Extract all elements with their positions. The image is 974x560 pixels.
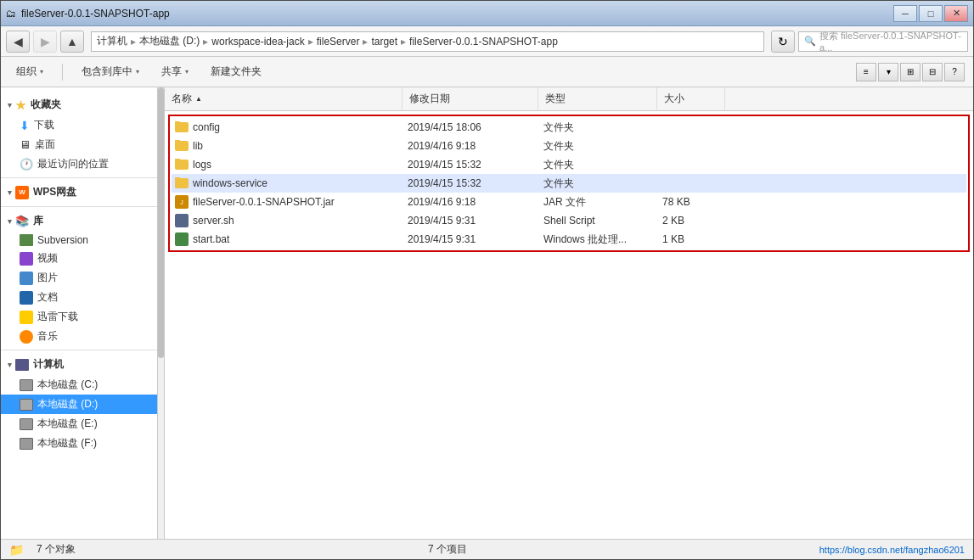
file-type-sh: Shell Script <box>540 215 659 227</box>
file-type-lib: 文件夹 <box>540 139 659 154</box>
maximize-button[interactable]: □ <box>919 5 943 22</box>
library-label: 库 <box>33 214 43 228</box>
table-row[interactable]: J fileServer-0.0.1-SNAPSHOT.jar 2019/4/1… <box>172 193 966 211</box>
favorites-header[interactable]: ▾ ★ 收藏夹 <box>1 94 157 115</box>
table-row[interactable]: server.sh 2019/4/15 9:31 Shell Script 2 … <box>172 211 966 230</box>
table-row[interactable]: lib 2019/4/16 9:18 文件夹 <box>172 137 966 155</box>
downloads-icon: ⬇ <box>20 119 30 132</box>
up-button[interactable]: ▲ <box>60 31 84 53</box>
sidebar-item-drive-e[interactable]: 本地磁盘 (E:) <box>1 414 157 434</box>
help-button[interactable]: ? <box>944 63 965 81</box>
title-bar-left: 🗂 fileServer-0.0.1-SNAPSHOT-app <box>6 8 170 20</box>
file-type-bat: Windows 批处理... <box>540 232 659 247</box>
status-left: 📁 7 个对象 <box>9 542 76 557</box>
status-selected: 7 个项目 <box>428 542 467 557</box>
sidebar-recent-label: 最近访问的位置 <box>37 157 109 171</box>
new-folder-button[interactable]: 新建文件夹 <box>204 61 268 82</box>
favorites-section: ▾ ★ 收藏夹 ⬇ 下载 🖥 桌面 🕐 最近访问的位置 <box>1 94 157 174</box>
status-folder-icon: 📁 <box>9 543 24 557</box>
image-icon <box>20 272 33 285</box>
subversion-icon <box>20 234 33 246</box>
library-collapse-icon: ▾ <box>8 217 12 226</box>
sidebar-item-drive-c[interactable]: 本地磁盘 (C:) <box>1 375 157 395</box>
sidebar-item-downloads[interactable]: ⬇ 下载 <box>1 115 157 135</box>
main-area: ▾ ★ 收藏夹 ⬇ 下载 🖥 桌面 🕐 最近访问的位置 <box>1 87 973 539</box>
refresh-button[interactable]: ↻ <box>771 31 795 53</box>
file-name-windows-service: windows-service <box>175 177 404 189</box>
col-header-type[interactable]: 类型 <box>538 87 657 110</box>
new-folder-label: 新建文件夹 <box>211 64 262 79</box>
file-type-windows-service: 文件夹 <box>540 176 659 191</box>
bc-workspace[interactable]: workspace-idea-jack <box>211 36 304 48</box>
file-date-config: 2019/4/15 18:06 <box>404 121 540 133</box>
address-bar: ◀ ▶ ▲ 计算机 ▸ 本地磁盘 (D:) ▸ workspace-idea-j… <box>1 26 973 57</box>
col-header-date[interactable]: 修改日期 <box>403 87 538 110</box>
bc-current[interactable]: fileServer-0.0.1-SNAPSHOT-app <box>409 36 558 48</box>
sidebar-item-drive-d[interactable]: 本地磁盘 (D:) <box>1 395 157 414</box>
forward-button[interactable]: ▶ <box>33 31 57 53</box>
sidebar-item-recent[interactable]: 🕐 最近访问的位置 <box>1 154 157 174</box>
sidebar-item-docs[interactable]: 文档 <box>1 288 157 307</box>
bc-computer[interactable]: 计算机 <box>97 34 127 48</box>
divider-1 <box>1 177 157 178</box>
sidebar-scrollbar[interactable] <box>158 87 165 539</box>
wps-section: ▾ W WPS网盘 <box>1 182 157 203</box>
share-button[interactable]: 共享 ▾ <box>155 61 195 82</box>
table-row[interactable]: start.bat 2019/4/15 9:31 Windows 批处理... … <box>172 230 966 249</box>
favorites-icon: ★ <box>15 98 26 112</box>
table-row[interactable]: windows-service 2019/4/15 15:32 文件夹 <box>172 174 966 193</box>
music-icon <box>20 330 33 344</box>
sidebar-drive-f-label: 本地磁盘 (F:) <box>37 436 97 451</box>
status-items-count: 7 个对象 <box>37 542 76 557</box>
wps-collapse-icon: ▾ <box>8 188 12 197</box>
view-controls: ≡ ▾ ⊞ ⊟ ? <box>856 63 965 81</box>
include-dropdown-arrow: ▾ <box>136 68 139 76</box>
wps-header[interactable]: ▾ W WPS网盘 <box>1 182 157 203</box>
view-dropdown-button[interactable]: ▾ <box>878 63 898 81</box>
view-large-button[interactable]: ⊟ <box>922 63 943 81</box>
table-row[interactable]: logs 2019/4/15 15:32 文件夹 <box>172 155 966 174</box>
search-placeholder: 搜索 fileServer-0.0.1-SNAPSHOT-a... <box>819 30 962 53</box>
title-bar-controls: ─ □ ✕ <box>893 5 968 22</box>
toolbar: 组织 ▾ 包含到库中 ▾ 共享 ▾ 新建文件夹 ≡ ▾ ⊞ ⊟ ? <box>1 57 973 87</box>
bc-fileserver[interactable]: fileServer <box>317 36 360 48</box>
organize-button[interactable]: 组织 ▾ <box>9 61 50 82</box>
col-header-size[interactable]: 大小 <box>657 87 725 110</box>
table-row[interactable]: config 2019/4/15 18:06 文件夹 <box>172 118 966 137</box>
sidebar-item-subversion[interactable]: Subversion <box>1 232 157 249</box>
wps-label: WPS网盘 <box>33 185 76 199</box>
sidebar-item-desktop[interactable]: 🖥 桌面 <box>1 135 157 154</box>
back-button[interactable]: ◀ <box>6 31 30 53</box>
file-date-windows-service: 2019/4/15 15:32 <box>404 177 540 189</box>
file-date-logs: 2019/4/15 15:32 <box>404 159 540 171</box>
col-header-name[interactable]: 名称 ▲ <box>165 87 403 110</box>
close-button[interactable]: ✕ <box>944 5 968 22</box>
breadcrumb: 计算机 ▸ 本地磁盘 (D:) ▸ workspace-idea-jack ▸ … <box>97 34 558 48</box>
wps-icon: W <box>15 186 29 199</box>
bc-drive[interactable]: 本地磁盘 (D:) <box>139 34 200 48</box>
sidebar-item-drive-f[interactable]: 本地磁盘 (F:) <box>1 434 157 453</box>
title-bar: 🗂 fileServer-0.0.1-SNAPSHOT-app ─ □ ✕ <box>1 1 973 26</box>
computer-header[interactable]: ▾ 计算机 <box>1 354 157 375</box>
search-icon: 🔍 <box>804 36 816 47</box>
computer-icon <box>15 359 29 371</box>
sidebar-item-music[interactable]: 音乐 <box>1 327 157 346</box>
address-path[interactable]: 计算机 ▸ 本地磁盘 (D:) ▸ workspace-idea-jack ▸ … <box>91 31 764 52</box>
sidebar-downloads-label: 下载 <box>34 118 54 132</box>
sidebar-item-video[interactable]: 视频 <box>1 249 157 268</box>
organize-label: 组织 <box>16 64 37 79</box>
sidebar-item-images[interactable]: 图片 <box>1 268 157 288</box>
folder-icon-logs <box>175 160 189 170</box>
sidebar-item-thunder[interactable]: 迅雷下载 <box>1 307 157 327</box>
left-panel: ▾ ★ 收藏夹 ⬇ 下载 🖥 桌面 🕐 最近访问的位置 <box>1 87 158 539</box>
bc-target[interactable]: target <box>371 36 397 48</box>
minimize-button[interactable]: ─ <box>893 5 917 22</box>
view-details-button[interactable]: ⊞ <box>900 63 921 81</box>
library-header[interactable]: ▾ 📚 库 <box>1 210 157 232</box>
include-library-button[interactable]: 包含到库中 ▾ <box>75 61 146 82</box>
right-panel: 名称 ▲ 修改日期 类型 大小 <box>165 87 973 539</box>
file-list-inner: config 2019/4/15 18:06 文件夹 lib 2019/4/16… <box>168 115 970 252</box>
search-box[interactable]: 🔍 搜索 fileServer-0.0.1-SNAPSHOT-a... <box>798 31 968 52</box>
view-list-button[interactable]: ≡ <box>856 63 876 81</box>
file-date-jar: 2019/4/16 9:18 <box>404 196 540 208</box>
